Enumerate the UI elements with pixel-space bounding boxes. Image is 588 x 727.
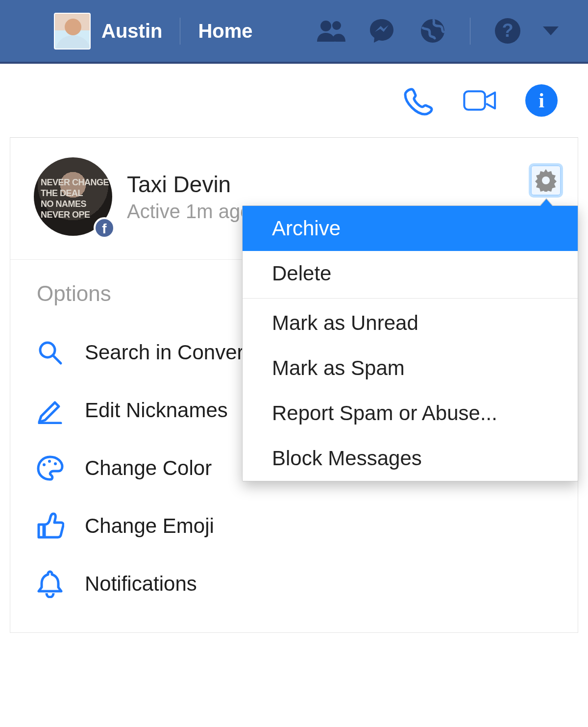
svg-rect-6 bbox=[464, 91, 485, 109]
conversation-info-button[interactable]: i bbox=[524, 83, 559, 118]
contact-name[interactable]: Taxi Devin bbox=[127, 171, 251, 198]
option-label: Edit Nicknames bbox=[85, 399, 228, 422]
profile-avatar[interactable] bbox=[54, 13, 91, 50]
svg-point-13 bbox=[54, 462, 57, 465]
menu-item-archive[interactable]: Archive bbox=[243, 206, 578, 251]
contact-status: Active 1m ago bbox=[127, 201, 251, 223]
home-link[interactable]: Home bbox=[198, 20, 252, 42]
profile-name-link[interactable]: Austin bbox=[101, 20, 162, 42]
option-label: Change Emoji bbox=[85, 514, 214, 538]
info-icon: i bbox=[525, 84, 558, 117]
nav-divider bbox=[180, 18, 180, 45]
bell-icon bbox=[35, 569, 65, 599]
svg-point-0 bbox=[320, 21, 331, 31]
conversation-settings-gear-button[interactable] bbox=[529, 163, 563, 198]
menu-item-block[interactable]: Block Messages bbox=[243, 436, 578, 481]
video-call-button[interactable] bbox=[463, 83, 497, 118]
contact-avatar[interactable]: NEVER CHANGE THE DEAL NO NAMES NEVER OPE… bbox=[34, 157, 112, 236]
svg-point-1 bbox=[332, 21, 341, 30]
svg-text:?: ? bbox=[502, 20, 513, 41]
conversation-action-bar: i bbox=[0, 64, 588, 137]
option-notifications[interactable]: Notifications bbox=[35, 555, 553, 613]
gear-icon bbox=[535, 169, 557, 192]
pencil-icon bbox=[35, 395, 65, 426]
menu-item-mark-spam[interactable]: Mark as Spam bbox=[243, 346, 578, 391]
help-icon[interactable]: ? bbox=[493, 16, 522, 46]
account-menu-caret-icon[interactable] bbox=[543, 26, 559, 35]
menu-item-delete[interactable]: Delete bbox=[243, 251, 578, 296]
nav-divider bbox=[470, 18, 470, 45]
svg-point-7 bbox=[542, 176, 550, 184]
svg-line-9 bbox=[53, 356, 61, 363]
menu-separator bbox=[243, 298, 578, 299]
top-navigation-bar: Austin Home ? bbox=[0, 0, 588, 64]
search-icon bbox=[35, 337, 65, 368]
menu-item-report[interactable]: Report Spam or Abuse... bbox=[243, 391, 578, 436]
messages-icon[interactable] bbox=[367, 16, 396, 46]
menu-item-mark-unread[interactable]: Mark as Unread bbox=[243, 301, 578, 346]
conversation-settings-menu: Archive Delete Mark as Unread Mark as Sp… bbox=[242, 205, 578, 481]
svg-point-12 bbox=[48, 460, 51, 463]
palette-icon bbox=[35, 453, 65, 483]
option-label: Change Color bbox=[85, 456, 212, 480]
notifications-globe-icon[interactable] bbox=[418, 16, 447, 46]
thumbs-up-icon bbox=[35, 511, 65, 541]
svg-point-11 bbox=[43, 463, 46, 466]
voice-call-button[interactable] bbox=[402, 83, 436, 118]
conversation-sidebar-panel: NEVER CHANGE THE DEAL NO NAMES NEVER OPE… bbox=[10, 137, 578, 633]
option-label: Notifications bbox=[85, 572, 197, 596]
option-change-emoji[interactable]: Change Emoji bbox=[35, 497, 553, 555]
friend-requests-icon[interactable] bbox=[316, 16, 345, 46]
facebook-badge-icon: f bbox=[94, 217, 115, 239]
